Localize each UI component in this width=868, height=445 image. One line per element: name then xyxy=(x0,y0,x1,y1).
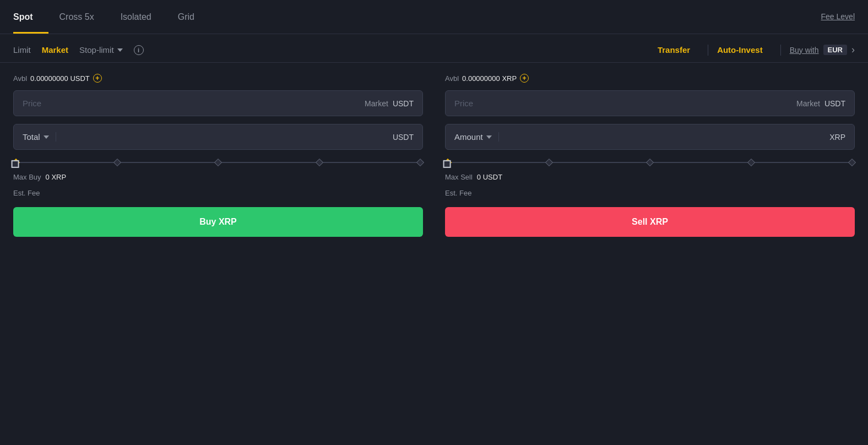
tab-spot[interactable]: Spot xyxy=(13,0,48,34)
buy-max-row: Max Buy 0 XRP xyxy=(13,173,423,181)
sell-avbl-label: Avbl xyxy=(445,74,459,83)
sell-price-input[interactable]: Price Market USDT xyxy=(445,90,855,116)
sell-slider-ticks xyxy=(445,160,855,165)
auto-invest-button[interactable]: Auto-Invest xyxy=(717,45,772,55)
order-type-market[interactable]: Market xyxy=(42,45,68,55)
total-chevron-icon xyxy=(44,135,49,139)
amount-chevron-icon xyxy=(486,135,492,139)
fee-level-link[interactable]: Fee Level xyxy=(821,0,855,34)
buy-side: Avbl 0.00000000 USDT + Price Market USDT… xyxy=(13,74,423,237)
buy-slider-ticks xyxy=(13,160,423,165)
buy-slider[interactable] xyxy=(13,158,423,165)
buy-max-value: 0 XRP xyxy=(46,173,67,181)
tab-isolated[interactable]: Isolated xyxy=(121,0,167,34)
sell-button[interactable]: Sell XRP xyxy=(445,207,855,237)
sell-side: Avbl 0.00000000 XRP + Price Market USDT … xyxy=(445,74,855,237)
sell-amount-currency: XRP xyxy=(829,133,845,142)
divider2 xyxy=(780,45,781,56)
right-actions: Transfer Auto-Invest Buy with EUR › xyxy=(658,44,855,56)
trading-area: Avbl 0.00000000 USDT + Price Market USDT… xyxy=(0,63,868,250)
buy-slider-track xyxy=(13,162,423,163)
sell-max-row: Max Sell 0 USDT xyxy=(445,173,855,181)
tab-cross5x[interactable]: Cross 5x xyxy=(59,0,110,34)
sell-avbl-value: 0.00000000 XRP xyxy=(462,74,517,83)
buy-max-label: Max Buy xyxy=(13,173,41,181)
sell-price-placeholder: Price xyxy=(454,99,792,108)
buy-slider-tick-100[interactable] xyxy=(416,159,424,166)
sell-max-value: 0 USDT xyxy=(477,173,502,181)
buy-with-row[interactable]: Buy with EUR › xyxy=(790,44,855,56)
arrow-right-icon: › xyxy=(851,44,855,56)
buy-slider-tick-0[interactable] xyxy=(12,159,20,166)
sell-slider-tick-75[interactable] xyxy=(747,159,755,166)
buy-slider-tick-75[interactable] xyxy=(315,159,323,166)
sell-price-market-label: Market xyxy=(796,99,820,108)
sell-slider[interactable] xyxy=(445,158,855,165)
buy-slider-handle[interactable] xyxy=(12,160,19,168)
sell-slider-tick-50[interactable] xyxy=(646,159,654,166)
buy-price-placeholder: Price xyxy=(23,99,360,108)
sell-est-fee: Est. Fee xyxy=(445,189,855,197)
order-type-bar: Limit Market Stop-limit i Transfer Auto-… xyxy=(0,34,868,63)
transfer-button[interactable]: Transfer xyxy=(658,45,699,55)
buy-total-currency: USDT xyxy=(393,133,414,142)
buy-slider-tick-25[interactable] xyxy=(113,159,121,166)
buy-slider-tick-50[interactable] xyxy=(214,159,222,166)
chevron-down-icon xyxy=(117,48,123,52)
buy-est-fee: Est. Fee xyxy=(13,189,423,197)
order-type-limit[interactable]: Limit xyxy=(13,45,31,55)
sell-amount-label[interactable]: Amount xyxy=(454,132,499,142)
sell-slider-track xyxy=(445,162,855,163)
order-type-stop-limit[interactable]: Stop-limit xyxy=(79,45,123,55)
tab-grid[interactable]: Grid xyxy=(178,0,210,34)
info-icon[interactable]: i xyxy=(134,45,144,55)
buy-total-input[interactable]: Total USDT xyxy=(13,124,423,150)
buy-with-label: Buy with xyxy=(790,46,819,55)
sell-price-currency: USDT xyxy=(824,99,845,108)
buy-price-currency: USDT xyxy=(393,99,414,108)
sell-add-funds-icon[interactable]: + xyxy=(520,74,529,83)
buy-price-market-label: Market xyxy=(365,99,388,108)
sell-max-label: Max Sell xyxy=(445,173,473,181)
buy-avbl-value: 0.00000000 USDT xyxy=(30,74,90,83)
sell-avbl-row: Avbl 0.00000000 XRP + xyxy=(445,74,855,83)
sell-slider-tick-25[interactable] xyxy=(545,159,552,166)
divider xyxy=(708,45,708,56)
top-tab-bar: Spot Cross 5x Isolated Grid Fee Level xyxy=(0,0,868,34)
buy-add-funds-icon[interactable]: + xyxy=(93,74,102,83)
sell-amount-input[interactable]: Amount XRP xyxy=(445,124,855,150)
buy-price-input[interactable]: Price Market USDT xyxy=(13,90,423,116)
sell-slider-tick-100[interactable] xyxy=(848,159,856,166)
buy-with-currency: EUR xyxy=(823,45,847,55)
sell-slider-tick-0[interactable] xyxy=(444,159,452,166)
buy-total-label[interactable]: Total xyxy=(23,132,56,142)
sell-slider-handle[interactable] xyxy=(443,160,451,168)
buy-avbl-label: Avbl xyxy=(13,74,27,83)
buy-button[interactable]: Buy XRP xyxy=(13,207,423,237)
buy-avbl-row: Avbl 0.00000000 USDT + xyxy=(13,74,423,83)
